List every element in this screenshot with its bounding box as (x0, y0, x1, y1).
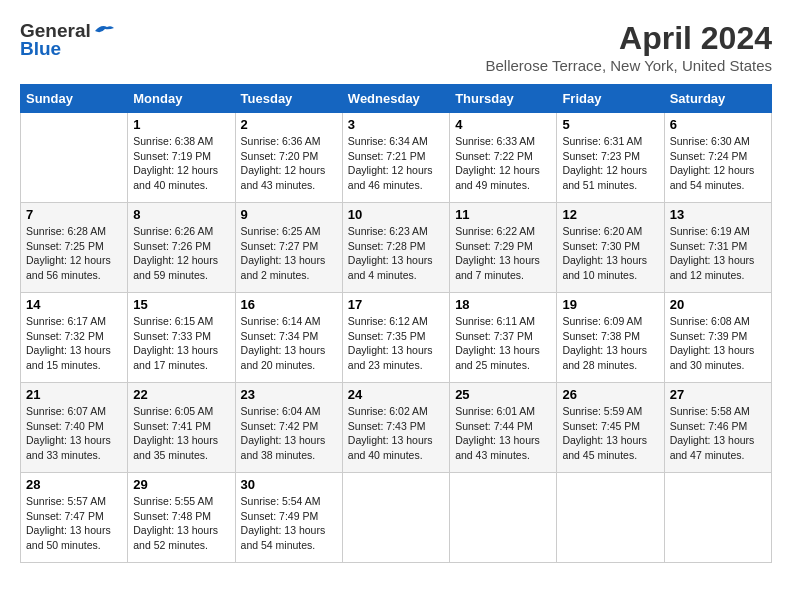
day-info: Sunrise: 6:34 AM Sunset: 7:21 PM Dayligh… (348, 134, 444, 193)
calendar-cell: 9Sunrise: 6:25 AM Sunset: 7:27 PM Daylig… (235, 203, 342, 293)
calendar-cell: 30Sunrise: 5:54 AM Sunset: 7:49 PM Dayli… (235, 473, 342, 563)
calendar-cell (450, 473, 557, 563)
calendar-cell: 26Sunrise: 5:59 AM Sunset: 7:45 PM Dayli… (557, 383, 664, 473)
calendar-cell: 8Sunrise: 6:26 AM Sunset: 7:26 PM Daylig… (128, 203, 235, 293)
calendar-cell (664, 473, 771, 563)
day-number: 5 (562, 117, 658, 132)
day-info: Sunrise: 6:05 AM Sunset: 7:41 PM Dayligh… (133, 404, 229, 463)
calendar-cell (342, 473, 449, 563)
day-info: Sunrise: 6:30 AM Sunset: 7:24 PM Dayligh… (670, 134, 766, 193)
day-number: 21 (26, 387, 122, 402)
day-info: Sunrise: 6:12 AM Sunset: 7:35 PM Dayligh… (348, 314, 444, 373)
calendar-cell: 27Sunrise: 5:58 AM Sunset: 7:46 PM Dayli… (664, 383, 771, 473)
calendar-cell: 13Sunrise: 6:19 AM Sunset: 7:31 PM Dayli… (664, 203, 771, 293)
day-number: 16 (241, 297, 337, 312)
calendar-cell: 10Sunrise: 6:23 AM Sunset: 7:28 PM Dayli… (342, 203, 449, 293)
col-header-monday: Monday (128, 85, 235, 113)
day-number: 17 (348, 297, 444, 312)
day-number: 6 (670, 117, 766, 132)
logo-bird-icon (93, 22, 115, 40)
day-number: 24 (348, 387, 444, 402)
day-info: Sunrise: 6:28 AM Sunset: 7:25 PM Dayligh… (26, 224, 122, 283)
page-header: General Blue April 2024 Bellerose Terrac… (20, 20, 772, 74)
day-number: 20 (670, 297, 766, 312)
day-number: 30 (241, 477, 337, 492)
day-info: Sunrise: 6:14 AM Sunset: 7:34 PM Dayligh… (241, 314, 337, 373)
day-number: 28 (26, 477, 122, 492)
day-info: Sunrise: 6:23 AM Sunset: 7:28 PM Dayligh… (348, 224, 444, 283)
day-info: Sunrise: 6:38 AM Sunset: 7:19 PM Dayligh… (133, 134, 229, 193)
col-header-wednesday: Wednesday (342, 85, 449, 113)
calendar-cell: 24Sunrise: 6:02 AM Sunset: 7:43 PM Dayli… (342, 383, 449, 473)
day-info: Sunrise: 6:07 AM Sunset: 7:40 PM Dayligh… (26, 404, 122, 463)
day-number: 23 (241, 387, 337, 402)
location-subtitle: Bellerose Terrace, New York, United Stat… (485, 57, 772, 74)
day-number: 8 (133, 207, 229, 222)
day-number: 27 (670, 387, 766, 402)
col-header-tuesday: Tuesday (235, 85, 342, 113)
col-header-friday: Friday (557, 85, 664, 113)
day-info: Sunrise: 6:22 AM Sunset: 7:29 PM Dayligh… (455, 224, 551, 283)
day-number: 1 (133, 117, 229, 132)
day-info: Sunrise: 5:57 AM Sunset: 7:47 PM Dayligh… (26, 494, 122, 553)
day-number: 15 (133, 297, 229, 312)
calendar-cell: 14Sunrise: 6:17 AM Sunset: 7:32 PM Dayli… (21, 293, 128, 383)
calendar-cell: 19Sunrise: 6:09 AM Sunset: 7:38 PM Dayli… (557, 293, 664, 383)
calendar-week-row: 1Sunrise: 6:38 AM Sunset: 7:19 PM Daylig… (21, 113, 772, 203)
day-info: Sunrise: 6:08 AM Sunset: 7:39 PM Dayligh… (670, 314, 766, 373)
day-number: 11 (455, 207, 551, 222)
day-number: 19 (562, 297, 658, 312)
day-number: 2 (241, 117, 337, 132)
day-number: 22 (133, 387, 229, 402)
day-number: 7 (26, 207, 122, 222)
col-header-saturday: Saturday (664, 85, 771, 113)
calendar-cell: 15Sunrise: 6:15 AM Sunset: 7:33 PM Dayli… (128, 293, 235, 383)
calendar-week-row: 14Sunrise: 6:17 AM Sunset: 7:32 PM Dayli… (21, 293, 772, 383)
day-info: Sunrise: 5:59 AM Sunset: 7:45 PM Dayligh… (562, 404, 658, 463)
title-block: April 2024 Bellerose Terrace, New York, … (485, 20, 772, 74)
calendar-cell: 16Sunrise: 6:14 AM Sunset: 7:34 PM Dayli… (235, 293, 342, 383)
calendar-week-row: 28Sunrise: 5:57 AM Sunset: 7:47 PM Dayli… (21, 473, 772, 563)
day-number: 13 (670, 207, 766, 222)
calendar-cell: 21Sunrise: 6:07 AM Sunset: 7:40 PM Dayli… (21, 383, 128, 473)
day-info: Sunrise: 6:20 AM Sunset: 7:30 PM Dayligh… (562, 224, 658, 283)
calendar-cell: 6Sunrise: 6:30 AM Sunset: 7:24 PM Daylig… (664, 113, 771, 203)
calendar-cell: 17Sunrise: 6:12 AM Sunset: 7:35 PM Dayli… (342, 293, 449, 383)
day-number: 12 (562, 207, 658, 222)
day-info: Sunrise: 5:54 AM Sunset: 7:49 PM Dayligh… (241, 494, 337, 553)
col-header-sunday: Sunday (21, 85, 128, 113)
day-info: Sunrise: 6:33 AM Sunset: 7:22 PM Dayligh… (455, 134, 551, 193)
day-number: 29 (133, 477, 229, 492)
day-info: Sunrise: 6:01 AM Sunset: 7:44 PM Dayligh… (455, 404, 551, 463)
day-number: 9 (241, 207, 337, 222)
calendar-cell: 25Sunrise: 6:01 AM Sunset: 7:44 PM Dayli… (450, 383, 557, 473)
day-info: Sunrise: 6:02 AM Sunset: 7:43 PM Dayligh… (348, 404, 444, 463)
calendar-cell: 23Sunrise: 6:04 AM Sunset: 7:42 PM Dayli… (235, 383, 342, 473)
day-info: Sunrise: 6:36 AM Sunset: 7:20 PM Dayligh… (241, 134, 337, 193)
logo: General Blue (20, 20, 115, 60)
day-info: Sunrise: 6:31 AM Sunset: 7:23 PM Dayligh… (562, 134, 658, 193)
day-info: Sunrise: 6:25 AM Sunset: 7:27 PM Dayligh… (241, 224, 337, 283)
calendar-cell: 29Sunrise: 5:55 AM Sunset: 7:48 PM Dayli… (128, 473, 235, 563)
day-info: Sunrise: 6:04 AM Sunset: 7:42 PM Dayligh… (241, 404, 337, 463)
calendar-cell: 2Sunrise: 6:36 AM Sunset: 7:20 PM Daylig… (235, 113, 342, 203)
day-number: 25 (455, 387, 551, 402)
calendar-cell: 7Sunrise: 6:28 AM Sunset: 7:25 PM Daylig… (21, 203, 128, 293)
col-header-thursday: Thursday (450, 85, 557, 113)
day-number: 4 (455, 117, 551, 132)
logo-blue-text: Blue (20, 38, 61, 60)
calendar-cell: 4Sunrise: 6:33 AM Sunset: 7:22 PM Daylig… (450, 113, 557, 203)
calendar-table: SundayMondayTuesdayWednesdayThursdayFrid… (20, 84, 772, 563)
day-number: 14 (26, 297, 122, 312)
calendar-header-row: SundayMondayTuesdayWednesdayThursdayFrid… (21, 85, 772, 113)
calendar-cell: 3Sunrise: 6:34 AM Sunset: 7:21 PM Daylig… (342, 113, 449, 203)
day-info: Sunrise: 5:58 AM Sunset: 7:46 PM Dayligh… (670, 404, 766, 463)
day-info: Sunrise: 6:17 AM Sunset: 7:32 PM Dayligh… (26, 314, 122, 373)
month-year-title: April 2024 (485, 20, 772, 57)
calendar-cell: 20Sunrise: 6:08 AM Sunset: 7:39 PM Dayli… (664, 293, 771, 383)
calendar-cell: 12Sunrise: 6:20 AM Sunset: 7:30 PM Dayli… (557, 203, 664, 293)
calendar-cell: 18Sunrise: 6:11 AM Sunset: 7:37 PM Dayli… (450, 293, 557, 383)
day-number: 26 (562, 387, 658, 402)
day-info: Sunrise: 6:11 AM Sunset: 7:37 PM Dayligh… (455, 314, 551, 373)
day-info: Sunrise: 6:15 AM Sunset: 7:33 PM Dayligh… (133, 314, 229, 373)
